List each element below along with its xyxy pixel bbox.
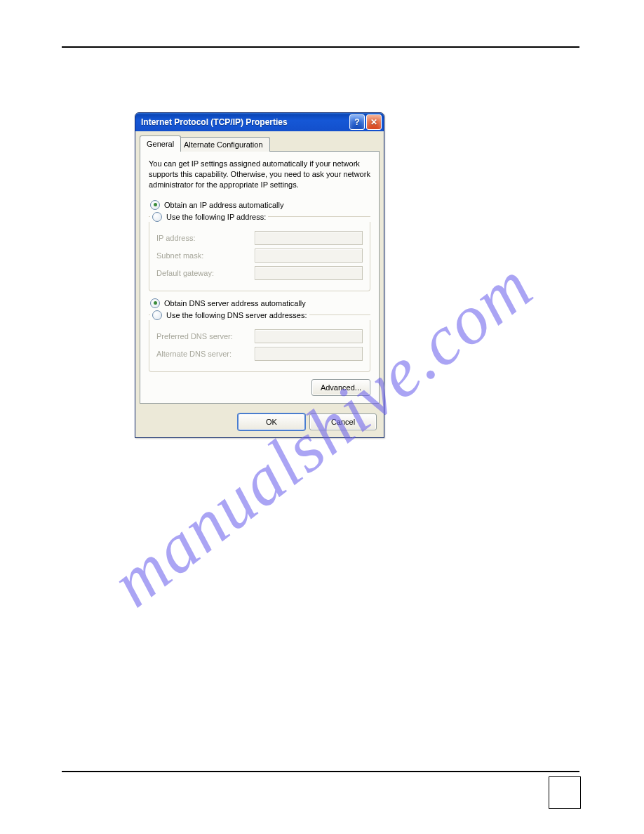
row-default-gateway: Default gateway: xyxy=(156,266,363,280)
window-title: Internet Protocol (TCP/IP) Properties xyxy=(141,117,348,127)
dns-fieldset: Preferred DNS server: Alternate DNS serv… xyxy=(149,320,370,372)
radio-icon xyxy=(152,212,162,222)
row-subnet-mask: Subnet mask: xyxy=(156,249,363,263)
tab-body: You can get IP settings assigned automat… xyxy=(140,151,380,404)
page-header: Configuring Your Computers xyxy=(489,28,577,36)
row-preferred-dns: Preferred DNS server: xyxy=(156,329,363,343)
tab-alternate-configuration[interactable]: Alternate Configuration xyxy=(177,137,270,152)
page-top-rule xyxy=(62,46,579,48)
radio-icon xyxy=(152,310,162,320)
page-number: 17 xyxy=(549,776,581,809)
fieldset-legend-row: Use the following IP address: xyxy=(149,212,370,222)
radio-label: Obtain an IP address automatically xyxy=(164,201,283,209)
label-subnet-mask: Subnet mask: xyxy=(156,251,255,260)
close-button[interactable]: ✕ xyxy=(366,114,382,130)
row-alternate-dns: Alternate DNS server: xyxy=(156,347,363,361)
titlebar[interactable]: Internet Protocol (TCP/IP) Properties ? … xyxy=(135,113,384,131)
radio-row-ip-manual[interactable]: Use the following IP address: xyxy=(152,212,266,222)
radio-label: Obtain DNS server address automatically xyxy=(164,299,306,307)
label-ip-address: IP address: xyxy=(156,234,255,242)
dialog-footer: OK Cancel xyxy=(135,408,384,437)
label-alternate-dns: Alternate DNS server: xyxy=(156,350,255,358)
tab-general[interactable]: General xyxy=(140,135,181,152)
help-button[interactable]: ? xyxy=(349,114,365,130)
cancel-button[interactable]: Cancel xyxy=(309,413,377,430)
tcpip-properties-dialog: Internet Protocol (TCP/IP) Properties ? … xyxy=(135,112,384,438)
radio-row-dns-manual[interactable]: Use the following DNS server addresses: xyxy=(152,310,307,320)
input-alternate-dns[interactable] xyxy=(255,347,363,361)
label-preferred-dns: Preferred DNS server: xyxy=(156,332,255,340)
radio-row-ip-auto[interactable]: Obtain an IP address automatically xyxy=(150,200,370,210)
tab-strip: General Alternate Configuration xyxy=(140,135,380,151)
label-default-gateway: Default gateway: xyxy=(156,269,255,277)
radio-icon xyxy=(150,200,160,210)
input-default-gateway[interactable] xyxy=(255,266,363,280)
radio-label: Use the following IP address: xyxy=(166,213,266,221)
fieldset-legend-row: Use the following DNS server addresses: xyxy=(149,310,370,320)
row-ip-address: IP address: xyxy=(156,231,363,245)
ip-fieldset: IP address: Subnet mask: Default gateway… xyxy=(149,222,370,291)
radio-icon xyxy=(150,298,160,308)
instructions-text: You can get IP settings assigned automat… xyxy=(149,159,370,190)
page-bottom-rule xyxy=(62,771,579,772)
advanced-row: Advanced... xyxy=(149,379,370,396)
input-ip-address[interactable] xyxy=(255,231,363,245)
advanced-button[interactable]: Advanced... xyxy=(311,379,370,396)
radio-row-dns-auto[interactable]: Obtain DNS server address automatically xyxy=(150,298,370,308)
input-preferred-dns[interactable] xyxy=(255,329,363,343)
input-subnet-mask[interactable] xyxy=(255,249,363,263)
radio-label: Use the following DNS server addresses: xyxy=(166,311,307,319)
ok-button[interactable]: OK xyxy=(238,413,305,430)
